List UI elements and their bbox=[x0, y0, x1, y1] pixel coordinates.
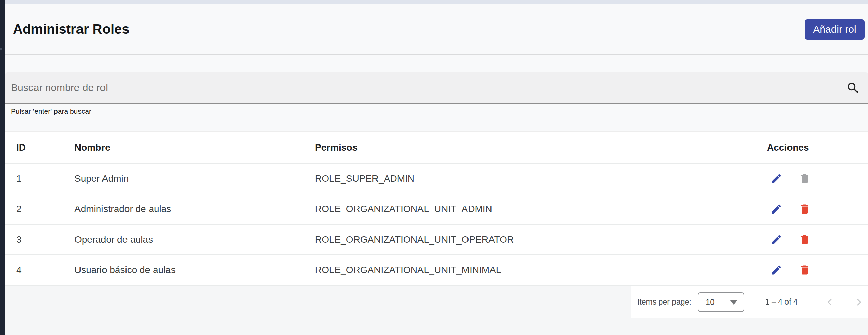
paginator: Items per page: 10 1 – 4 of 4 bbox=[631, 286, 868, 318]
edit-role-button[interactable] bbox=[767, 200, 786, 219]
column-header-nombre: Nombre bbox=[64, 142, 304, 153]
chevron-right-icon bbox=[853, 297, 864, 308]
cell-nombre: Operador de aulas bbox=[64, 234, 304, 245]
cell-nombre: Super Admin bbox=[64, 173, 304, 184]
cell-id: 3 bbox=[5, 234, 64, 245]
main-content: Administrar Roles Añadir rol Pulsar 'ent… bbox=[5, 4, 868, 335]
delete-trash-icon bbox=[799, 173, 811, 185]
cell-nombre: Usuario básico de aulas bbox=[64, 265, 304, 275]
search-hint: Pulsar 'enter' para buscar bbox=[5, 107, 868, 115]
table-header-row: ID Nombre Permisos Acciones bbox=[5, 132, 868, 164]
page-range-label: 1 – 4 of 4 bbox=[765, 297, 798, 307]
add-role-button[interactable]: Añadir rol bbox=[805, 19, 865, 40]
delete-role-button[interactable] bbox=[795, 261, 814, 280]
next-page-button bbox=[850, 294, 867, 310]
delete-role-button[interactable] bbox=[795, 200, 814, 219]
column-header-permisos: Permisos bbox=[304, 142, 761, 153]
search-field[interactable] bbox=[5, 72, 868, 104]
items-per-page-label: Items per page: bbox=[637, 297, 691, 307]
sidebar-scroll-thumb bbox=[0, 48, 2, 50]
delete-trash-icon bbox=[799, 203, 811, 215]
collapsed-sidebar[interactable] bbox=[0, 0, 5, 335]
cell-acciones bbox=[761, 200, 868, 219]
cell-acciones bbox=[761, 261, 868, 280]
previous-page-button bbox=[822, 294, 838, 310]
edit-pencil-icon bbox=[770, 203, 782, 215]
edit-pencil-icon bbox=[770, 173, 782, 185]
top-bar bbox=[5, 0, 868, 4]
search-section: Pulsar 'enter' para buscar bbox=[5, 55, 868, 115]
page-header: Administrar Roles Añadir rol bbox=[5, 4, 868, 54]
page-size-value: 10 bbox=[706, 297, 715, 307]
cell-permisos: ROLE_ORGANIZATIONAL_UNIT_ADMIN bbox=[304, 204, 761, 215]
page-title: Administrar Roles bbox=[13, 22, 130, 37]
delete-trash-icon bbox=[799, 264, 811, 276]
edit-role-button[interactable] bbox=[767, 169, 786, 188]
column-header-acciones: Acciones bbox=[761, 142, 868, 153]
cell-id: 2 bbox=[5, 204, 64, 215]
cell-id: 4 bbox=[5, 265, 64, 275]
edit-pencil-icon bbox=[770, 233, 782, 246]
roles-admin-page: Administrar Roles Añadir rol Pulsar 'ent… bbox=[0, 0, 868, 335]
edit-role-button[interactable] bbox=[767, 261, 786, 280]
table-row: 3Operador de aulasROLE_ORGANIZATIONAL_UN… bbox=[5, 225, 868, 255]
cell-acciones bbox=[761, 230, 868, 249]
table-row: 1Super AdminROLE_SUPER_ADMIN bbox=[5, 164, 868, 194]
table-row: 4Usuario básico de aulasROLE_ORGANIZATIO… bbox=[5, 255, 868, 286]
chevron-left-icon bbox=[825, 297, 836, 308]
cell-permisos: ROLE_SUPER_ADMIN bbox=[304, 173, 761, 184]
search-icon[interactable] bbox=[846, 81, 859, 94]
delete-role-button bbox=[795, 169, 814, 188]
cell-permisos: ROLE_ORGANIZATIONAL_UNIT_OPERATOR bbox=[304, 234, 761, 245]
roles-table: ID Nombre Permisos Acciones 1Super Admin… bbox=[5, 131, 868, 286]
cell-acciones bbox=[761, 169, 868, 188]
column-header-id: ID bbox=[5, 142, 64, 153]
cell-id: 1 bbox=[5, 173, 64, 184]
edit-role-button[interactable] bbox=[767, 230, 786, 249]
delete-role-button[interactable] bbox=[795, 230, 814, 249]
dropdown-caret-icon bbox=[730, 300, 737, 305]
table-body: 1Super AdminROLE_SUPER_ADMIN2Administrad… bbox=[5, 164, 868, 286]
delete-trash-icon bbox=[799, 233, 811, 246]
search-input[interactable] bbox=[5, 72, 868, 103]
cell-permisos: ROLE_ORGANIZATIONAL_UNIT_MINIMAL bbox=[304, 265, 761, 275]
footer-band: Items per page: 10 1 – 4 of 4 bbox=[5, 286, 868, 335]
page-size-select[interactable]: 10 bbox=[698, 292, 744, 312]
cell-nombre: Administrador de aulas bbox=[64, 204, 304, 215]
edit-pencil-icon bbox=[770, 264, 782, 276]
table-row: 2Administrador de aulasROLE_ORGANIZATION… bbox=[5, 194, 868, 225]
